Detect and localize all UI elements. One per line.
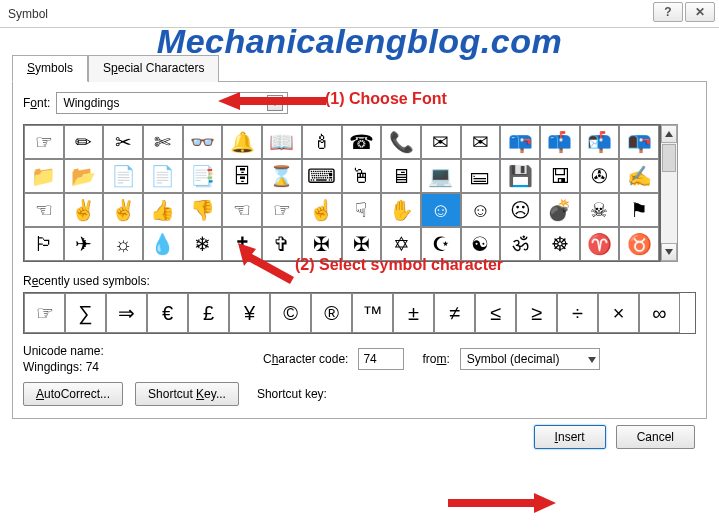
symbol-cell[interactable]: ✏ — [64, 125, 104, 159]
symbol-cell[interactable]: 👓 — [183, 125, 223, 159]
symbol-cell[interactable]: ☠ — [580, 193, 620, 227]
recent-symbol-cell[interactable]: € — [147, 293, 188, 333]
cancel-button[interactable]: Cancel — [616, 425, 695, 449]
autocorrect-button[interactable]: AutoCorrect... — [23, 382, 123, 406]
recent-symbol-cell[interactable]: ± — [393, 293, 434, 333]
symbol-cell[interactable]: 🗄 — [222, 159, 262, 193]
symbol-cell[interactable]: 📖 — [262, 125, 302, 159]
tab-special-characters[interactable]: Special Characters — [88, 55, 219, 82]
tab-symbols[interactable]: Symbols — [12, 55, 88, 82]
symbol-cell[interactable]: 📂 — [64, 159, 104, 193]
symbol-cell[interactable]: 📄 — [143, 159, 183, 193]
shortcut-static-label: Shortcut key: — [257, 387, 327, 401]
symbol-cell[interactable]: ✍ — [619, 159, 659, 193]
symbol-cell[interactable]: 💧 — [143, 227, 183, 261]
symbol-cell[interactable]: 💣 — [540, 193, 580, 227]
symbol-cell[interactable]: ☪ — [421, 227, 461, 261]
from-select[interactable]: Symbol (decimal) — [460, 348, 600, 370]
grid-scrollbar[interactable] — [660, 124, 678, 262]
symbol-cell[interactable]: 💾 — [500, 159, 540, 193]
recent-symbol-cell[interactable]: ≤ — [475, 293, 516, 333]
symbol-cell[interactable]: 📑 — [183, 159, 223, 193]
symbol-cell[interactable]: 🖱 — [342, 159, 382, 193]
symbol-cell[interactable]: 📬 — [580, 125, 620, 159]
symbol-cell[interactable]: ✉ — [421, 125, 461, 159]
symbol-cell[interactable]: ☼ — [103, 227, 143, 261]
symbol-cell[interactable]: ☺ — [461, 193, 501, 227]
recent-symbol-cell[interactable]: £ — [188, 293, 229, 333]
symbol-cell[interactable]: ☯ — [461, 227, 501, 261]
recent-symbol-cell[interactable]: © — [270, 293, 311, 333]
symbol-cell[interactable]: ✌ — [64, 193, 104, 227]
symbol-cell[interactable]: 📪 — [500, 125, 540, 159]
symbol-cell[interactable]: 🖴 — [461, 159, 501, 193]
symbol-cell[interactable]: ⚑ — [619, 193, 659, 227]
symbol-cell[interactable]: ✋ — [381, 193, 421, 227]
symbol-cell[interactable]: ✠ — [302, 227, 342, 261]
symbol-cell[interactable]: ☎ — [342, 125, 382, 159]
symbol-cell[interactable]: 📭 — [619, 125, 659, 159]
recent-symbol-cell[interactable]: ≠ — [434, 293, 475, 333]
symbol-cell[interactable]: ☺ — [421, 193, 461, 227]
symbol-cell[interactable]: 📄 — [103, 159, 143, 193]
symbol-cell[interactable]: 🕯 — [302, 125, 342, 159]
recent-symbol-cell[interactable]: ™ — [352, 293, 393, 333]
symbol-cell[interactable]: ♉ — [619, 227, 659, 261]
recent-symbol-cell[interactable]: ∞ — [639, 293, 680, 333]
recent-symbol-cell[interactable]: ÷ — [557, 293, 598, 333]
symbol-cell[interactable]: 👎 — [183, 193, 223, 227]
symbol-cell[interactable]: ✞ — [262, 227, 302, 261]
symbol-cell[interactable]: 🏳 — [24, 227, 64, 261]
recent-symbol-cell[interactable]: ⇒ — [106, 293, 147, 333]
recent-symbol-cell[interactable]: ¥ — [229, 293, 270, 333]
symbol-cell[interactable]: ✌ — [103, 193, 143, 227]
symbol-cell[interactable]: ॐ — [500, 227, 540, 261]
symbol-cell[interactable]: ☞ — [262, 193, 302, 227]
symbol-cell[interactable]: ✉ — [461, 125, 501, 159]
symbol-cell[interactable]: ☞ — [24, 125, 64, 159]
symbol-cell[interactable]: ❄ — [183, 227, 223, 261]
insert-button[interactable]: Insert — [534, 425, 606, 449]
recent-symbol-cell[interactable]: × — [598, 293, 639, 333]
symbol-cell[interactable]: ☝ — [302, 193, 342, 227]
symbol-cell[interactable]: ☜ — [24, 193, 64, 227]
symbol-cell[interactable]: 🖥 — [381, 159, 421, 193]
symbol-cell[interactable]: ✈ — [64, 227, 104, 261]
symbol-cell[interactable]: ☟ — [342, 193, 382, 227]
close-button[interactable]: ✕ — [685, 2, 715, 22]
symbol-cell[interactable]: ⌛ — [262, 159, 302, 193]
recent-symbol-cell[interactable]: ® — [311, 293, 352, 333]
symbol-cell[interactable]: ✝ — [222, 227, 262, 261]
recent-label: Recently used symbols: — [23, 274, 696, 288]
scroll-down-icon[interactable] — [661, 243, 677, 261]
symbol-cell[interactable]: ✄ — [143, 125, 183, 159]
symbol-cell[interactable]: 📫 — [540, 125, 580, 159]
scroll-thumb[interactable] — [662, 144, 676, 172]
symbol-cell[interactable]: ☸ — [540, 227, 580, 261]
symbol-cell[interactable]: ♈ — [580, 227, 620, 261]
recent-symbol-cell[interactable]: ☞ — [24, 293, 65, 333]
symbol-cell[interactable]: 👍 — [143, 193, 183, 227]
symbol-cell[interactable]: ✇ — [580, 159, 620, 193]
symbol-cell[interactable]: 🔔 — [222, 125, 262, 159]
symbol-cell[interactable]: ☜ — [222, 193, 262, 227]
font-select[interactable]: Wingdings — [56, 92, 288, 114]
symbol-cell[interactable]: ✠ — [342, 227, 382, 261]
symbol-cell[interactable]: 📁 — [24, 159, 64, 193]
recent-symbol-cell[interactable]: ≥ — [516, 293, 557, 333]
recent-symbol-cell[interactable]: ∑ — [65, 293, 106, 333]
font-select-value: Wingdings — [63, 96, 119, 110]
help-button[interactable]: ? — [653, 2, 683, 22]
symbol-cell[interactable]: 🖫 — [540, 159, 580, 193]
scroll-up-icon[interactable] — [661, 125, 677, 143]
from-select-value: Symbol (decimal) — [467, 352, 560, 366]
symbol-cell[interactable]: 💻 — [421, 159, 461, 193]
symbol-cell[interactable]: ✡ — [381, 227, 421, 261]
symbol-cell[interactable]: 📞 — [381, 125, 421, 159]
from-label: from: — [422, 352, 449, 366]
symbol-cell[interactable]: ✂ — [103, 125, 143, 159]
symbol-cell[interactable]: ☹ — [500, 193, 540, 227]
charcode-input[interactable] — [358, 348, 404, 370]
symbol-cell[interactable]: ⌨ — [302, 159, 342, 193]
shortcut-key-button[interactable]: Shortcut Key... — [135, 382, 239, 406]
